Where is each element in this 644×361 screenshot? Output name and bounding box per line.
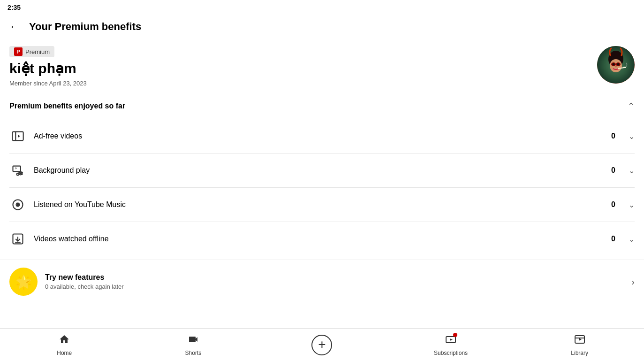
page-title: Your Premium benefits [29,21,141,33]
back-icon: ← [9,21,20,32]
nav-item-home[interactable]: Home [0,334,129,356]
svg-point-6 [617,63,620,66]
header: ← Your Premium benefits [0,15,644,42]
benefit-item-ad-free[interactable]: Ad-free videos 0 ⌄ [9,119,635,153]
benefit-count-youtube-music: 0 [611,200,615,209]
benefit-count-offline: 0 [611,235,615,243]
benefits-header: Premium benefits enjoyed so far ⌃ [9,96,635,119]
nav-label-shorts: Shorts [185,350,202,356]
star-emoji: 🌟 [15,274,32,290]
benefit-label-ad-free: Ad-free videos [34,132,604,140]
offline-icon [9,230,26,247]
chevron-right-icon: › [631,277,635,287]
benefit-label-offline: Videos watched offline [34,235,604,243]
member-since: Member since April 23, 2023 [9,80,87,87]
expand-youtube-music-button[interactable]: ⌄ [629,200,635,209]
try-features-item[interactable]: 🌟 Try new features 0 available, check ag… [0,260,644,303]
nav-item-library[interactable]: Library [515,334,644,356]
back-button[interactable]: ← [8,19,22,35]
benefit-item-offline[interactable]: Videos watched offline 0 ⌄ [9,222,635,256]
svg-point-7 [615,66,617,68]
benefit-item-background-play[interactable]: Background play 0 ⌄ [9,153,635,187]
nav-label-home: Home [57,350,72,356]
status-time: 2:35 [8,4,21,11]
shorts-icon [188,334,199,348]
profile-info: P Premium kiệt phạm Member since April 2… [9,46,87,87]
chevron-down-icon: ⌄ [629,132,635,140]
nav-item-shorts[interactable]: Shorts [129,334,258,356]
status-bar: 2:35 [0,0,644,15]
avatar [597,46,635,84]
svg-point-2 [610,59,622,72]
subscriptions-icon [445,334,456,348]
youtube-music-icon [9,196,26,213]
chevron-up-icon: ⌃ [628,101,635,111]
try-features-text: Try new features 0 available, check agai… [45,273,624,290]
nav-label-subscriptions: Subscriptions [434,350,468,356]
create-icon[interactable]: + [311,335,332,355]
premium-badge-label: Premium [25,48,50,55]
svg-rect-9 [623,67,626,68]
try-features-icon: 🌟 [9,268,38,296]
benefit-count-ad-free: 0 [611,132,615,140]
nav-item-subscriptions[interactable]: Subscriptions [386,334,515,356]
benefit-count-background-play: 0 [611,166,615,175]
chevron-down-icon: ⌄ [629,235,635,243]
try-features-title: Try new features [45,273,624,282]
expand-background-play-button[interactable]: ⌄ [629,166,635,175]
plus-icon: + [318,338,326,351]
subscriptions-badge [453,333,457,337]
premium-badge-icon: P [14,47,23,56]
profile-name: kiệt phạm [9,60,87,77]
svg-rect-13 [13,166,21,172]
benefits-section: Premium benefits enjoyed so far ⌃ Ad-fre… [0,96,644,256]
collapse-button[interactable]: ⌃ [628,101,635,111]
library-icon [574,334,585,348]
svg-marker-12 [18,135,20,138]
profile-section: P Premium kiệt phạm Member since April 2… [0,42,644,96]
benefit-label-youtube-music: Listened on YouTube Music [34,200,604,209]
ad-free-icon [9,128,26,145]
expand-offline-button[interactable]: ⌄ [629,235,635,244]
premium-badge: P Premium [9,46,54,57]
chevron-down-icon: ⌄ [629,167,635,175]
chevron-down-icon: ⌄ [629,201,635,209]
svg-marker-25 [450,338,453,341]
benefit-item-youtube-music[interactable]: Listened on YouTube Music 0 ⌄ [9,187,635,222]
svg-point-5 [613,63,615,66]
nav-label-library: Library [571,350,588,356]
home-icon [59,334,70,348]
benefit-label-background-play: Background play [34,166,604,175]
nav-item-create[interactable]: + [258,335,386,355]
expand-ad-free-button[interactable]: ⌄ [629,132,635,141]
avatar-image [597,46,635,84]
background-play-icon [9,162,26,179]
bottom-nav: Home Shorts + Subscriptions [0,328,644,361]
benefits-title: Premium benefits enjoyed so far [9,102,125,110]
try-features-subtitle: 0 available, check again later [45,283,624,290]
